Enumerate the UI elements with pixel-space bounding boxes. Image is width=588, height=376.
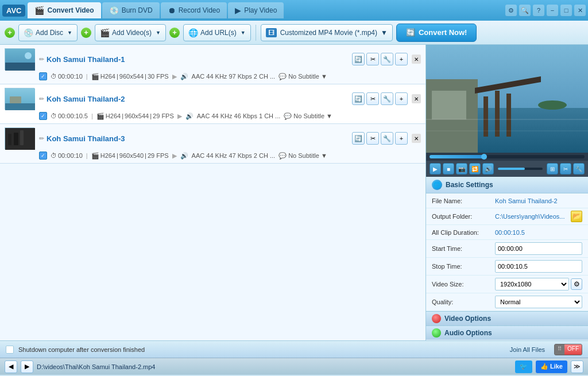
refresh-btn-3[interactable]: 🔄 <box>352 132 365 145</box>
edit-icon-2[interactable]: ✏ <box>39 95 44 103</box>
subtitle-select-2[interactable]: 💬 No Subtitle ▼ <box>284 113 332 120</box>
play-button[interactable]: ▶ <box>430 163 441 175</box>
tab-record[interactable]: ⏺ Record Video <box>161 2 227 18</box>
tab-burn[interactable]: 💿 Burn DVD <box>102 2 160 18</box>
tab-play[interactable]: ▶ Play Video <box>228 2 284 18</box>
volume-slider[interactable] <box>498 168 543 170</box>
add-disc-button[interactable]: 💿 Add Disc ▼ <box>18 24 78 41</box>
toggle-button[interactable]: ⠿ OFF <box>554 344 582 355</box>
search-icon[interactable]: 🔍 <box>519 5 531 16</box>
add-btn-3[interactable]: + <box>395 132 408 145</box>
close-button[interactable]: ✕ <box>574 5 586 16</box>
scissors-button[interactable]: ✂ <box>560 163 571 175</box>
output-label: Output Folder: <box>432 213 495 220</box>
add-video-button[interactable]: 🎬 Add Video(s) ▼ <box>95 24 166 41</box>
file-list: ✏ Koh Samui Thailand-1 🔄 ✂ 🔧 + ✕ ✓ ⏱ 00:… <box>0 45 426 340</box>
settings-btn-1[interactable]: 🔧 <box>381 53 393 65</box>
add-url-label: Add URL(s) <box>200 29 237 37</box>
tune-button[interactable]: 🔧 <box>573 163 585 175</box>
progress-fill <box>430 155 484 158</box>
shutdown-checkbox[interactable] <box>6 346 14 354</box>
tab-convert[interactable]: 🎬 Convert Video <box>28 2 100 18</box>
video-size-gear[interactable]: ⚙ <box>571 278 582 290</box>
file-actions-2: 🔄 ✂ 🔧 + ✕ <box>352 92 421 105</box>
toolbar: + 💿 Add Disc ▼ + 🎬 Add Video(s) ▼ + 🌐 Ad… <box>0 21 588 45</box>
progress-bar-container <box>426 153 588 161</box>
facebook-button[interactable]: 👍 Like <box>536 361 567 373</box>
stop-button[interactable]: ■ <box>443 163 454 175</box>
file-title-2: Koh Samui Thailand-2 <box>47 95 352 103</box>
quality-label: Quality: <box>432 299 495 305</box>
settings-btn-3[interactable]: 🔧 <box>381 132 393 145</box>
file-check-3[interactable]: ✓ <box>39 152 47 160</box>
settings-icon[interactable]: ⚙ <box>505 5 517 16</box>
file-check-2[interactable]: ✓ <box>39 112 47 120</box>
subtitle-select-3[interactable]: 💬 No Subtitle ▼ <box>278 152 327 160</box>
cut-btn-2[interactable]: ✂ <box>366 92 379 105</box>
file-title-3: Koh Samui Thailand-3 <box>47 134 352 143</box>
convert-icon: 🎬 <box>34 6 44 15</box>
codec-1: 🎬 H264 | 960x544 | 30 FPS <box>91 73 169 80</box>
audio-options-label: Audio Options <box>444 329 492 337</box>
stop-time-input[interactable] <box>495 260 582 273</box>
cut-btn-3[interactable]: ✂ <box>366 132 379 145</box>
loop-button[interactable]: 🔁 <box>469 163 481 175</box>
add-video-plus[interactable]: + <box>81 28 91 38</box>
quality-select[interactable]: Normal High Low <box>495 296 582 308</box>
right-panel: ▶ ■ 📷 🔁 🔊 ⊞ ✂ 🔧 🌐 Basic Settings File Na… <box>426 45 588 340</box>
progress-thumb[interactable] <box>481 154 487 160</box>
audio-options-icon <box>432 328 441 338</box>
screenshot-button[interactable]: 📷 <box>456 163 467 175</box>
edit-icon-1[interactable]: ✏ <box>39 56 44 63</box>
close-btn-3[interactable]: ✕ <box>412 134 421 143</box>
add-btn-2[interactable]: + <box>395 92 408 105</box>
twitter-button[interactable]: 🐦 <box>515 361 532 373</box>
subtitle-select-1[interactable]: 💬 No Subtitle ▼ <box>278 73 327 80</box>
svg-rect-13 <box>432 91 466 119</box>
settings-btn-2[interactable]: 🔧 <box>381 92 393 105</box>
add-disc-plus[interactable]: + <box>5 28 15 38</box>
app-logo: AVC <box>2 5 25 17</box>
close-btn-1[interactable]: ✕ <box>412 55 421 64</box>
format-select[interactable]: 🎞 Customized MP4 Movie (*.mp4) ▼ <box>261 24 393 41</box>
refresh-btn-1[interactable]: 🔄 <box>352 53 365 65</box>
folder-button[interactable]: 📂 <box>571 211 582 222</box>
format-label: Customized MP4 Movie (*.mp4) <box>280 29 377 37</box>
refresh-btn-2[interactable]: 🔄 <box>352 92 365 105</box>
maximize-button[interactable]: □ <box>560 5 572 16</box>
add-url-plus[interactable]: + <box>169 28 180 38</box>
play-icon: ▶ <box>235 6 241 15</box>
volume-button[interactable]: 🔊 <box>482 163 494 175</box>
minimize-button[interactable]: − <box>547 5 558 16</box>
toggle-off-label: OFF <box>564 344 582 355</box>
audio-1: AAC 44 KHz 97 Kbps 2 CH ... <box>192 73 276 80</box>
duration-value: 00:00:10.5 <box>495 229 582 236</box>
progress-track[interactable] <box>430 155 585 158</box>
video-options-header[interactable]: Video Options <box>426 311 588 325</box>
svg-rect-9 <box>8 134 11 145</box>
settings-row-quality: Quality: Normal High Low <box>426 293 588 311</box>
start-time-input[interactable] <box>495 242 582 255</box>
svg-point-2 <box>25 52 32 59</box>
tab-convert-label: Convert Video <box>47 6 94 14</box>
edit-icon-3[interactable]: ✏ <box>39 135 44 142</box>
video-size-select[interactable]: 1920x1080 1280x720 960x544 <box>495 278 569 290</box>
convert-refresh-icon: 🔄 <box>406 28 415 37</box>
next-button[interactable]: ▶ <box>21 361 33 373</box>
volume-fill <box>498 168 525 170</box>
add-url-button[interactable]: 🌐 Add URL(s) ▼ <box>183 24 251 41</box>
file-check-1[interactable]: ✓ <box>39 72 47 80</box>
add-btn-1[interactable]: + <box>395 53 408 65</box>
convert-now-button[interactable]: 🔄 Convert Now! <box>396 24 477 42</box>
file-actions-3: 🔄 ✂ 🔧 + ✕ <box>352 132 421 145</box>
close-btn-2[interactable]: ✕ <box>412 94 421 103</box>
prev-button[interactable]: ◀ <box>5 361 17 373</box>
convert-now-label: Convert Now! <box>419 28 467 37</box>
fullscreen-button[interactable]: ⊞ <box>547 163 558 175</box>
more-button[interactable]: ≫ <box>571 361 583 373</box>
audio-options-header[interactable]: Audio Options <box>426 325 588 340</box>
duration-2: ⏱ 00:00:10.5 <box>51 113 88 119</box>
help-icon[interactable]: ? <box>533 5 544 16</box>
cut-btn-1[interactable]: ✂ <box>366 53 379 65</box>
filename-label: File Name: <box>432 197 495 204</box>
